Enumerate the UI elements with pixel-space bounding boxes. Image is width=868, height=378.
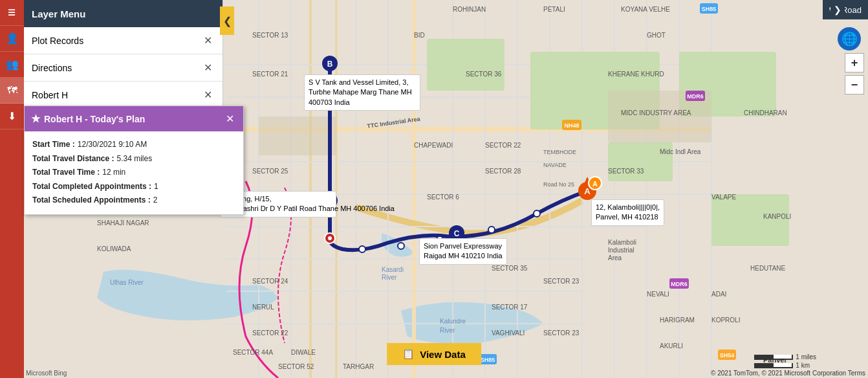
svg-text:D: D [327, 197, 333, 206]
view-data-bar: 📋 View Data [387, 343, 481, 365]
svg-text:NAVADE: NAVADE [543, 162, 567, 168]
svg-text:SECTOR 24: SECTOR 24 [252, 278, 288, 285]
svg-text:CHINDHARAN: CHINDHARAN [744, 109, 787, 117]
svg-text:A: A [592, 180, 598, 188]
svg-text:NH48: NH48 [564, 122, 579, 129]
svg-rect-31 [259, 117, 336, 155]
svg-text:SECTOR 13: SECTOR 13 [252, 32, 288, 39]
copyright-text: © 2021 TomTom, © 2021 Microsoft Corporat… [711, 370, 865, 377]
travel-distance-row: Total Travel Distance : 5.34 miles [32, 152, 235, 166]
svg-text:SECTOR 22: SECTOR 22 [485, 142, 521, 149]
directions-close[interactable]: ✕ [201, 60, 215, 75]
svg-text:HEDUTANE: HEDUTANE [750, 265, 786, 272]
start-time-label: Start Time : [32, 138, 75, 152]
collapse-panel-arrow[interactable]: ❮ [220, 6, 234, 35]
sidebar: ☰ 👤 👥 🗺 ⬇ [0, 0, 24, 378]
scheduled-appts-row: Total Scheduled Appointments : 2 [32, 194, 235, 208]
svg-text:NEVALI: NEVALI [647, 291, 669, 298]
svg-text:ROHINJAN: ROHINJAN [453, 6, 486, 13]
travel-distance-value: 5.34 miles [117, 152, 153, 166]
view-data-icon: 📋 [402, 348, 415, 360]
svg-point-49 [328, 236, 332, 240]
ms-bing-text: Microsoft Bing [26, 370, 67, 377]
svg-text:MDR6: MDR6 [671, 281, 688, 287]
svg-text:Midc Indl Area: Midc Indl Area [660, 148, 701, 155]
svg-text:KHERANE KHURD: KHERANE KHURD [608, 71, 664, 78]
svg-text:NERUL: NERUL [252, 304, 274, 311]
svg-point-36 [488, 227, 495, 233]
road-toggle-button[interactable]: 🗺 Road [823, 0, 868, 19]
robert-h-close[interactable]: ✕ [201, 87, 215, 102]
svg-text:C: C [454, 229, 460, 238]
svg-text:River: River [382, 274, 397, 281]
svg-text:SH54: SH54 [720, 352, 735, 359]
svg-point-35 [437, 236, 443, 243]
plot-records-item[interactable]: Plot Records ✕ [24, 27, 222, 54]
plot-records-close[interactable]: ✕ [201, 33, 215, 48]
sidebar-icon-map[interactable]: 🗺 [0, 78, 24, 104]
svg-text:SHAHAJI NAGAR: SHAHAJI NAGAR [97, 219, 149, 227]
directions-item[interactable]: Directions ✕ [24, 54, 222, 82]
sidebar-icon-menu[interactable]: ☰ [0, 0, 24, 26]
completed-appts-label: Total Completed Appointments : [32, 180, 151, 194]
layer-menu-title: Layer Menu [32, 8, 85, 19]
svg-text:SECTOR 52: SECTOR 52 [278, 363, 314, 370]
scheduled-appts-label: Total Scheduled Appointments : [32, 194, 151, 208]
view-data-button[interactable]: 📋 View Data [387, 343, 481, 365]
svg-text:KANPOLI: KANPOLI [763, 213, 791, 220]
svg-text:SH85: SH85 [702, 6, 717, 12]
sidebar-icon-person[interactable]: 👤 [0, 26, 24, 52]
svg-text:Industrial: Industrial [608, 247, 635, 254]
svg-text:SECTOR 23: SECTOR 23 [543, 329, 580, 337]
scale-bar: 1 miles 1 km [754, 353, 816, 369]
globe-icon[interactable]: 🌐 [838, 27, 861, 50]
travel-time-value: 12 min [102, 166, 125, 180]
svg-text:MIDC INDUSTRY AREA: MIDC INDUSTRY AREA [621, 109, 691, 117]
completed-appts-value: 1 [154, 180, 158, 194]
sidebar-icon-download[interactable]: ⬇ [0, 104, 24, 129]
svg-text:SECTOR 25: SECTOR 25 [252, 168, 288, 175]
expand-panel-arrow[interactable]: ❯ [830, 0, 845, 19]
view-data-label: View Data [420, 349, 466, 360]
svg-text:Area: Area [608, 254, 622, 261]
svg-text:TEMBHODE: TEMBHODE [543, 149, 576, 155]
plan-card-header: ★ Robert H - Today's Plan ✕ [25, 106, 243, 131]
svg-text:SECTOR 23: SECTOR 23 [543, 278, 580, 285]
svg-text:BID: BID [414, 32, 425, 39]
robert-h-label: Robert H [32, 90, 68, 100]
svg-text:PETALI: PETALI [543, 6, 565, 13]
svg-text:Kasardi: Kasardi [382, 266, 404, 273]
star-icon: ★ [31, 113, 40, 125]
svg-rect-30 [711, 194, 789, 246]
svg-text:KOYANA VELHE: KOYANA VELHE [621, 6, 670, 13]
svg-point-34 [398, 243, 404, 249]
travel-distance-label: Total Travel Distance : [32, 152, 114, 166]
zoom-in-button[interactable]: + [845, 53, 864, 72]
plan-card-body: Start Time : 12/30/2021 9:10 AM Total Tr… [25, 131, 243, 214]
svg-text:Kalundre: Kalundre [440, 318, 466, 325]
zoom-out-button[interactable]: − [845, 75, 864, 94]
svg-rect-26 [427, 39, 505, 91]
plan-card-close[interactable]: ✕ [223, 111, 237, 126]
sidebar-icon-group[interactable]: 👥 [0, 52, 24, 78]
svg-text:ADAI: ADAI [711, 291, 726, 298]
svg-text:SECTOR 44A: SECTOR 44A [233, 349, 273, 356]
svg-text:SECTOR 17: SECTOR 17 [492, 304, 528, 311]
svg-text:Kalamboli: Kalamboli [608, 239, 636, 246]
expand-icon: ❯ [834, 5, 841, 15]
svg-point-33 [359, 246, 365, 252]
svg-text:CHAPEWADI: CHAPEWADI [414, 142, 453, 149]
svg-text:KOLIWADA: KOLIWADA [97, 245, 131, 252]
svg-text:DIWALE: DIWALE [291, 349, 316, 356]
layer-panel: Layer Menu Plot Records ✕ Directions ✕ R… [24, 0, 223, 109]
svg-text:SECTOR 35: SECTOR 35 [492, 265, 528, 272]
svg-text:SECTOR 22: SECTOR 22 [252, 329, 288, 337]
svg-point-37 [534, 210, 540, 217]
svg-text:HARIGRAM: HARIGRAM [660, 317, 695, 324]
robert-h-item[interactable]: Robert H ✕ [24, 82, 222, 109]
svg-text:MDR6: MDR6 [687, 93, 704, 100]
directions-label: Directions [32, 63, 72, 73]
svg-text:GHOT: GHOT [647, 32, 666, 39]
plan-card-title: Robert H - Today's Plan [44, 114, 145, 124]
svg-text:Ulhas River: Ulhas River [110, 279, 144, 286]
